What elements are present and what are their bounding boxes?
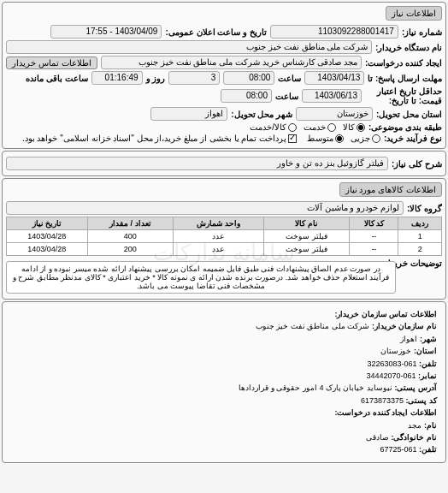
announce: 1403/04/09 - 17:55 <box>50 25 162 39</box>
c-address: نیوساید خیابان پارک 4 امور حقوقی و قرارد… <box>239 383 392 392</box>
cell: 400 <box>87 230 174 243</box>
org-label: نام سازمان خریدار: <box>372 322 437 330</box>
pkg-label: طبقه بندی موضوعی: <box>368 122 442 132</box>
pkg-both-label: کالا/خدمت <box>250 122 286 132</box>
city: اهواز <box>150 107 227 121</box>
cell: فیلتر سوخت <box>263 230 350 243</box>
city-label: شهر محل تحویل: <box>231 110 292 119</box>
proc-partial-label: جزیی <box>351 134 370 143</box>
cell: عدد <box>174 230 264 243</box>
pkg-all-option[interactable]: کالا <box>343 122 365 132</box>
c-province-label: استان: <box>414 347 437 355</box>
panel-buyer-contact: اطلاعات تماس سازمان خریدار: نام سازمان خ… <box>2 301 446 463</box>
cell: 2 <box>398 243 442 256</box>
th-date: تاریخ نیاز <box>7 217 88 230</box>
c-postal-label: کد پستی: <box>406 396 438 405</box>
announce-label: تاریخ و ساعت اعلان عمومی: <box>165 27 266 37</box>
cell: 200 <box>87 243 174 256</box>
table-row: 2 -- فیلتر سوخت عدد 200 1403/04/28 <box>7 243 442 256</box>
deadline-label: مهلت ارسال پاسخ: تا <box>368 74 442 83</box>
cell: 1403/04/28 <box>7 230 88 243</box>
c-family-label: نام خانوادگی: <box>392 433 438 442</box>
table-header-row: ردیف کد کالا نام کالا واحد شمارش تعداد /… <box>7 217 442 230</box>
c-phone: 061-32263083 <box>367 359 416 368</box>
c-fax-label: نمابر: <box>418 371 437 380</box>
c-name-label: نام: <box>424 421 437 430</box>
table-row: 1 -- فیلتر سوخت عدد 400 1403/04/28 <box>7 230 442 243</box>
group: لوازم خودرو و ماشین آلات <box>6 201 404 215</box>
buyer-org: شرکت ملی مناطق نفت خیز جنوب <box>6 40 372 54</box>
days-label: روز و <box>146 74 166 83</box>
proc-note: پرداخت تمام یا بخشی از مبلغ خرید،از محل … <box>22 134 286 143</box>
c-province: خوزستان <box>380 347 411 355</box>
group-label: گروه کالا: <box>407 204 442 213</box>
creator: مجد صادقی کارشناس خرید شرکت ملی مناطق نف… <box>101 56 363 69</box>
pkg-all-label: کالا <box>343 122 355 132</box>
th-name: نام کالا <box>263 217 350 230</box>
process-radio-group: جزیی متوسط <box>307 134 380 143</box>
c-address-label: آدرس پستی: <box>395 383 438 392</box>
c-fax: 061-34442070 <box>366 371 416 380</box>
buyer-org-label: نام دستگاه خریدار: <box>375 43 442 52</box>
contact-title: اطلاعات تماس سازمان خریدار: <box>11 308 437 320</box>
radio-icon <box>327 123 336 132</box>
pkg-radio-group: کالا خدمت کالا/خدمت <box>250 122 365 132</box>
panel3-title: اطلاعات کالاهای مورد نیاز <box>339 182 442 197</box>
c-city-label: شهر: <box>420 335 437 343</box>
th-qty: تعداد / مقدار <box>87 217 174 230</box>
state: خوزستان <box>296 107 373 121</box>
c-tel-label: تلفن: <box>419 445 437 454</box>
cell: عدد <box>174 243 264 256</box>
note-label: توضیحات خریدار: <box>399 258 442 268</box>
validity-date: 1403/06/13 <box>302 89 362 103</box>
cell: -- <box>350 243 398 256</box>
proc-medium-option[interactable]: متوسط <box>307 134 344 143</box>
c-tel: 061-67725 <box>380 445 416 454</box>
cell: 1403/04/28 <box>7 243 88 256</box>
validity-label-1: حداقل تاریخ اعتبار <box>377 86 442 96</box>
proc-medium-label: متوسط <box>307 134 333 143</box>
days-remaining: 3 <box>168 71 220 85</box>
panel-need-summary: شرح کلی نیاز: فیلتر گازوئیل بنز ده تن و … <box>2 151 446 176</box>
panel1-title: اطلاعات نیاز <box>386 6 442 21</box>
c-family: صادقی <box>366 433 389 442</box>
validity-label: حداقل تاریخ اعتبار قیمت: تا تاریخ: <box>365 86 442 105</box>
radio-icon <box>357 123 365 132</box>
th-unit: واحد شمارش <box>174 217 264 230</box>
th-code: کد کالا <box>350 217 398 230</box>
validity-time: 08:00 <box>221 89 272 103</box>
state-label: استان محل تحویل: <box>376 110 442 119</box>
time-label-1: ساعت <box>278 74 301 83</box>
request-no: 1103092288001417 <box>270 25 398 39</box>
goods-table: ردیف کد کالا نام کالا واحد شمارش تعداد /… <box>6 217 442 256</box>
process-label: نوع فرآیند خرید: <box>384 134 442 143</box>
c-city: اهواز <box>400 335 417 343</box>
c-name: مجد <box>408 421 421 430</box>
buyer-note: در صورت عدم الصاق پیشنهادات فنی طبق فایل… <box>6 261 396 294</box>
summary-label: شرح کلی نیاز: <box>392 159 442 169</box>
deadline-time: 08:00 <box>223 71 274 85</box>
request-no-label: شماره نیاز: <box>402 27 442 37</box>
cell: فیلتر سوخت <box>263 243 350 256</box>
summary: فیلتر گازوئیل بنز ده تن و خاور <box>6 157 388 170</box>
validity-label-2: قیمت: تا تاریخ: <box>389 96 442 105</box>
org: شرکت ملی مناطق نفت خیز جنوب <box>256 322 370 330</box>
creator-label: ایجاد کننده درخواست: <box>365 58 442 68</box>
radio-icon <box>372 134 380 143</box>
c-creator-label: اطلاعات ایجاد کننده درخواست: <box>335 408 438 417</box>
c-postal: 6173873375 <box>361 396 404 405</box>
contact-button[interactable]: اطلاعات تماس خریدار <box>6 56 97 69</box>
time-label-2: ساعت <box>275 92 298 101</box>
cell: -- <box>350 230 398 243</box>
pkg-service-option[interactable]: خدمت <box>304 122 336 132</box>
cell: 1 <box>398 230 442 243</box>
radio-icon <box>288 123 297 132</box>
deadline-date: 1403/04/13 <box>304 71 364 85</box>
radio-icon <box>335 134 344 143</box>
panel-goods-info: اطلاعات کالاهای مورد نیاز گروه کالا: لوا… <box>2 178 446 300</box>
proc-note-check[interactable]: پرداخت تمام یا بخشی از مبلغ خرید،از محل … <box>22 134 297 143</box>
pkg-both-option[interactable]: کالا/خدمت <box>250 122 297 132</box>
proc-partial-option[interactable]: جزیی <box>351 134 380 143</box>
remain-label: ساعت باقی مانده <box>26 74 88 83</box>
time-remaining: 01:16:49 <box>91 71 143 85</box>
